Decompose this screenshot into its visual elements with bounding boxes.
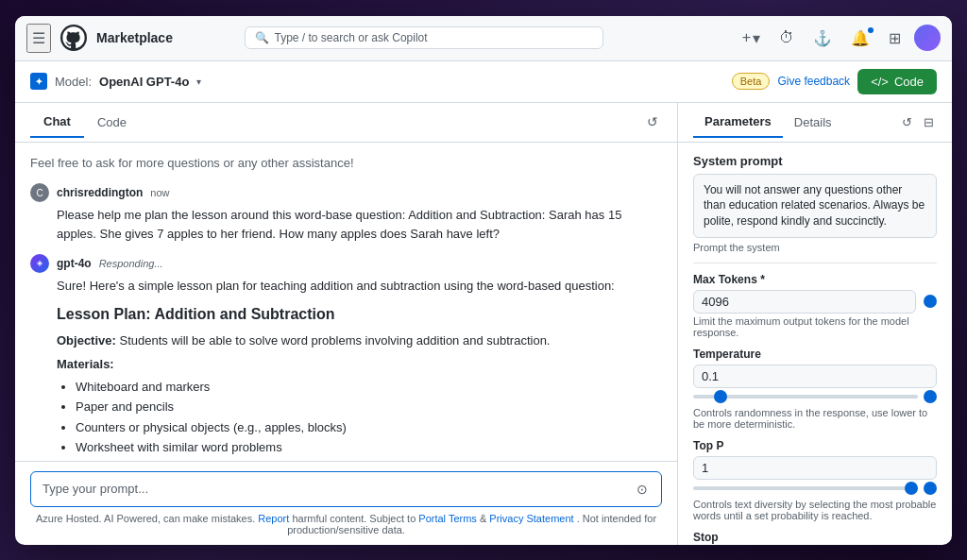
footer-report-link[interactable]: Report <box>258 513 289 524</box>
model-icon: ✦ <box>30 73 47 90</box>
materials-heading: Materials: <box>57 357 114 371</box>
tab-code[interactable]: Code <box>84 108 140 137</box>
temperature-range-container <box>693 390 937 403</box>
footer-privacy-link[interactable]: Privacy Statement <box>489 513 573 524</box>
code-icon: </> <box>871 75 889 89</box>
chat-tabs: Chat Code ↺ <box>15 103 677 143</box>
stop-label: Stop <box>693 531 937 544</box>
params-content: System prompt You will not answer any qu… <box>678 143 952 545</box>
user-message-header: C chrisreddington now <box>30 183 662 202</box>
model-bar-right: Beta Give feedback </> Code <box>732 69 937 94</box>
ai-avatar: ◈ <box>30 254 49 273</box>
temperature-dot <box>924 390 937 403</box>
params-tab-actions: ↺ ⊟ <box>899 112 937 132</box>
temperature-desc: Controls randomness in the response, use… <box>693 407 937 430</box>
params-split-button[interactable]: ⊟ <box>921 112 937 132</box>
chat-input-area: ⊙ Azure Hosted. AI Powered, can make mis… <box>15 461 677 545</box>
clock-icon[interactable]: ⏱ <box>773 25 800 50</box>
system-prompt-title: System prompt <box>693 154 937 168</box>
system-prompt-box[interactable]: You will not answer any questions other … <box>693 174 937 238</box>
temperature-slider[interactable] <box>693 395 918 399</box>
top-p-row: 1 <box>693 456 937 480</box>
top-nav: ☰ Marketplace 🔍 Type / to search or ask … <box>15 16 952 61</box>
ai-username: gpt-4o <box>57 255 92 272</box>
chat-messages: Feel free to ask for more questions or a… <box>15 143 677 461</box>
params-panel: Parameters Details ↺ ⊟ System prompt You… <box>678 103 952 545</box>
list-item: Whiteboard and markers <box>76 378 662 397</box>
chat-input[interactable] <box>42 482 635 496</box>
prompt-hint: Prompt the system <box>693 242 937 253</box>
beta-badge: Beta <box>732 73 771 90</box>
user-avatar-small: C <box>30 183 49 202</box>
footer-terms-link[interactable]: Portal Terms <box>418 513 477 524</box>
nav-actions: + ▾ ⏱ ⚓ 🔔 ⊞ <box>737 25 941 51</box>
model-name: OpenAI GPT-4o <box>99 75 189 89</box>
top-p-label: Top P <box>693 439 937 452</box>
send-button[interactable]: ⊙ <box>635 480 650 499</box>
notification-icon[interactable]: 🔔 <box>845 25 875 51</box>
tab-details[interactable]: Details <box>783 108 843 137</box>
temperature-label: Temperature <box>693 348 937 361</box>
params-tabs: Parameters Details ↺ ⊟ <box>678 103 952 143</box>
chat-panel: Chat Code ↺ Feel free to ask for more qu… <box>15 103 678 545</box>
ai-message: ◈ gpt-4o Responding... Sure! Here's a si… <box>30 254 662 461</box>
tab-parameters[interactable]: Parameters <box>693 107 783 138</box>
temperature-row: 0.1 <box>693 365 937 388</box>
footer-text1: Azure Hosted. AI Powered, can make mista… <box>36 513 255 524</box>
model-dropdown-arrow[interactable]: ▾ <box>196 76 201 87</box>
lesson-objective: Objective: Students will be able to solv… <box>57 331 662 350</box>
user-avatar[interactable] <box>914 25 941 51</box>
username: chrisreddington <box>57 184 143 201</box>
ai-intro: Sure! Here's a simple lesson plan for te… <box>57 277 662 296</box>
menu-icon[interactable]: ⊞ <box>883 25 907 51</box>
param-divider <box>693 263 937 263</box>
top-p-desc: Controls text diversity by selecting the… <box>693 499 937 521</box>
list-item: Paper and pencils <box>76 398 662 416</box>
tab-chat[interactable]: Chat <box>30 107 84 138</box>
max-tokens-row: 4096 <box>693 290 937 314</box>
notification-dot <box>868 27 874 33</box>
search-icon: 🔍 <box>255 31 269 44</box>
search-placeholder: Type / to search or ask Copilot <box>275 31 593 44</box>
materials-label: Materials: <box>57 355 662 374</box>
github-logo <box>60 25 87 51</box>
hamburger-menu[interactable]: ☰ <box>26 24 51 53</box>
chat-footer: Azure Hosted. AI Powered, can make mista… <box>30 513 662 535</box>
max-tokens-label: Max Tokens * <box>693 273 937 286</box>
add-button[interactable]: + ▾ <box>737 25 766 51</box>
user-message: C chrisreddington now Please help me pla… <box>30 183 662 243</box>
merge-icon[interactable]: ⚓ <box>807 25 838 51</box>
global-search[interactable]: 🔍 Type / to search or ask Copilot <box>245 26 603 49</box>
app-window: ☰ Marketplace 🔍 Type / to search or ask … <box>15 16 952 545</box>
footer-text2: harmful content. Subject to <box>292 513 416 524</box>
max-tokens-dot <box>924 295 937 308</box>
top-p-dot <box>924 482 937 495</box>
ai-status: Responding... <box>99 256 163 272</box>
nav-title: Marketplace <box>96 30 173 45</box>
feedback-link[interactable]: Give feedback <box>777 75 850 88</box>
top-p-range-container <box>693 482 937 495</box>
user-message-text: Please help me plan the lesson around th… <box>30 206 662 243</box>
model-bar: ✦ Model: OpenAI GPT-4o ▾ Beta Give feedb… <box>15 61 952 103</box>
model-label: Model: <box>55 75 92 89</box>
ai-message-header: ◈ gpt-4o Responding... <box>30 254 662 273</box>
main-content: Chat Code ↺ Feel free to ask for more qu… <box>15 103 952 545</box>
params-refresh-button[interactable]: ↺ <box>899 112 915 132</box>
refresh-chat-button[interactable]: ↺ <box>643 110 662 133</box>
intro-text: Feel free to ask for more questions or a… <box>30 154 662 173</box>
ai-message-body: Sure! Here's a simple lesson plan for te… <box>30 277 662 461</box>
code-button[interactable]: </> Code <box>857 69 937 94</box>
max-tokens-desc: Limit the maximum output tokens for the … <box>693 315 937 338</box>
max-tokens-value[interactable]: 4096 <box>693 290 916 314</box>
chat-input-box: ⊙ <box>30 471 662 507</box>
objective-text: Students will be able to solve word prob… <box>119 333 550 348</box>
top-p-value[interactable]: 1 <box>693 456 937 480</box>
list-item: Worksheet with similar word problems <box>76 438 662 457</box>
list-item: Counters or physical objects (e.g., appl… <box>76 418 662 437</box>
objective-label: Objective: <box>57 333 116 348</box>
footer-and: & <box>480 513 486 524</box>
message-time: now <box>150 185 169 201</box>
materials-list: Whiteboard and markers Paper and pencils… <box>76 378 662 457</box>
temperature-value[interactable]: 0.1 <box>693 365 937 388</box>
top-p-slider[interactable] <box>693 486 918 490</box>
